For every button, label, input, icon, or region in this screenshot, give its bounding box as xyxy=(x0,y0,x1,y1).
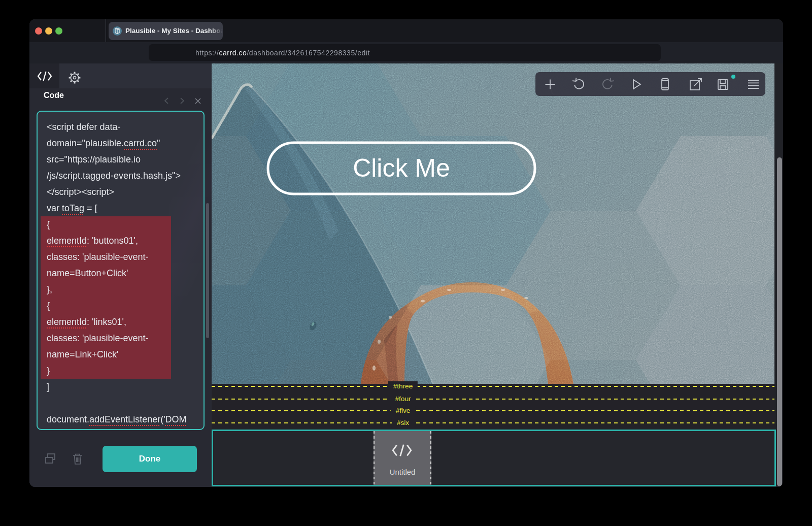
svg-text:Click Me: Click Me xyxy=(353,154,450,182)
